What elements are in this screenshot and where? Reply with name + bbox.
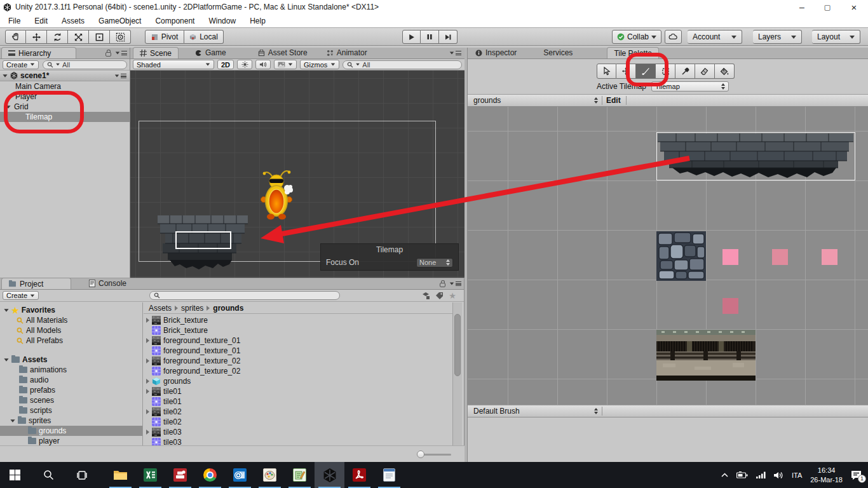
foldout-open-icon[interactable] [4, 358, 8, 362]
active-tilemap-dropdown[interactable]: Tilemap [651, 81, 729, 92]
local-toggle-button[interactable]: Local [184, 30, 224, 44]
tree-assets[interactable]: Assets [0, 355, 142, 365]
menu-help[interactable]: Help [243, 17, 273, 25]
transform-tool-button[interactable] [110, 30, 131, 44]
palette-platform-tile[interactable] [656, 132, 855, 180]
notepad-taskbar-icon[interactable] [374, 462, 404, 488]
layers-dropdown[interactable]: Layers [753, 30, 802, 44]
tree-all-models[interactable]: All Models [0, 325, 142, 336]
scene-menu-icon[interactable] [114, 74, 130, 78]
paint-taskbar-icon[interactable] [255, 462, 285, 488]
menu-component[interactable]: Component [148, 17, 201, 25]
panel-menu-icon[interactable] [115, 51, 127, 55]
tile-move-tool-button[interactable] [616, 64, 636, 79]
focus-on-dropdown[interactable]: None [416, 258, 453, 268]
acrobat-taskbar-icon[interactable] [344, 462, 374, 488]
hierarchy-item-grid[interactable]: Grid [0, 102, 130, 112]
palette-stone-tile[interactable] [656, 231, 706, 281]
tree-animations[interactable]: animations [0, 365, 142, 375]
scale-tool-button[interactable] [68, 30, 89, 44]
file-explorer-taskbar-icon[interactable] [105, 462, 135, 488]
palette-pink-tile[interactable] [822, 249, 837, 265]
minimize-button[interactable]: – [789, 0, 815, 14]
default-brush-dropdown[interactable]: Default Brush [468, 407, 598, 416]
collab-dropdown[interactable]: Collab [612, 30, 661, 44]
file-row[interactable]: foreground_texture_02 [144, 356, 452, 366]
palette-pink-tile[interactable] [722, 249, 738, 265]
move-tool-button[interactable] [26, 30, 47, 44]
scene-canvas[interactable]: Tilemap Focus On None [130, 71, 465, 278]
files-scrollbar[interactable] [452, 302, 462, 452]
hierarchy-create-dropdown[interactable]: Create [3, 60, 39, 69]
file-row[interactable]: tile01 [144, 386, 452, 396]
slider-knob[interactable] [417, 451, 424, 458]
tray-chevron-icon[interactable] [721, 473, 728, 477]
hierarchy-scene-row[interactable]: scene1* [0, 71, 130, 81]
step-button[interactable] [439, 30, 458, 44]
taskbar-search-button[interactable] [30, 462, 67, 488]
tab-scene[interactable]: Scene [133, 47, 179, 58]
account-dropdown[interactable]: Account [688, 30, 742, 44]
expand-arrow-icon[interactable] [146, 409, 149, 414]
palette-canvas[interactable] [468, 107, 868, 405]
tab-game[interactable]: Game [189, 47, 233, 58]
tree-scenes[interactable]: scenes [0, 395, 142, 405]
tile-eraser-tool-button[interactable] [695, 64, 715, 79]
tab-asset-store[interactable]: Asset Store [252, 47, 314, 58]
hierarchy-item-main-camera[interactable]: Main Camera [0, 81, 130, 92]
excel-taskbar-icon[interactable] [135, 462, 165, 488]
pivot-toggle-button[interactable]: Pivot [145, 30, 184, 44]
tile-brush-tool-button[interactable] [636, 64, 656, 79]
tab-console[interactable]: Console [83, 278, 133, 289]
breadcrumb-sprites[interactable]: sprites [181, 304, 203, 313]
file-row[interactable]: tile02 [144, 407, 452, 417]
hierarchy-item-tilemap[interactable]: Tilemap [0, 112, 130, 122]
palette-wall-tile[interactable] [656, 330, 756, 381]
chrome-taskbar-icon[interactable] [195, 462, 225, 488]
layout-dropdown[interactable]: Layout [812, 30, 860, 44]
foldout-open-icon[interactable] [4, 309, 8, 312]
file-row[interactable]: foreground_texture_01 [144, 336, 452, 346]
tile-fill-tool-button[interactable] [715, 64, 735, 79]
lighting-toggle-button[interactable] [237, 60, 252, 69]
notes-taskbar-icon[interactable] [285, 462, 315, 488]
scrollbar-thumb[interactable] [454, 314, 461, 376]
tree-all-prefabs[interactable]: All Prefabs [0, 336, 142, 346]
lock-icon[interactable] [105, 52, 111, 57]
file-row[interactable]: foreground_texture_01 [144, 346, 452, 356]
foldout-open-icon[interactable] [3, 74, 7, 78]
player-character-sprite[interactable] [259, 169, 294, 220]
filter-by-type-icon[interactable] [422, 291, 430, 301]
rect-tool-button[interactable] [89, 30, 110, 44]
tree-audio[interactable]: audio [0, 375, 142, 385]
tab-inspector[interactable]: Inspector [469, 47, 523, 58]
tree-prefabs[interactable]: prefabs [0, 385, 142, 395]
panel-menu-icon[interactable] [449, 47, 465, 58]
expand-arrow-icon[interactable] [146, 430, 149, 435]
edit-palette-button[interactable]: Edit [606, 96, 621, 105]
palette-pink-tile[interactable] [772, 249, 788, 265]
tile-rect-tool-button[interactable] [656, 64, 675, 79]
thumbnail-size-slider[interactable] [418, 454, 451, 456]
menu-gameobject[interactable]: GameObject [92, 17, 148, 25]
start-button[interactable] [0, 462, 30, 488]
sap-taskbar-icon[interactable] [165, 462, 195, 488]
scene-search-input[interactable]: All [342, 60, 462, 69]
tab-hierarchy[interactable]: Hierarchy [1, 47, 76, 58]
battery-icon[interactable] [736, 471, 748, 478]
effects-dropdown[interactable] [274, 60, 297, 69]
tree-grounds[interactable]: grounds [0, 426, 142, 436]
tree-scripts[interactable]: scripts [0, 405, 142, 416]
foldout-open-icon[interactable] [6, 105, 10, 109]
breadcrumb-assets[interactable]: Assets [149, 304, 172, 313]
file-row[interactable]: foreground_texture_02 [144, 366, 452, 376]
tab-services[interactable]: Services [537, 47, 579, 58]
file-row[interactable]: Brick_texture [144, 325, 452, 336]
rotate-tool-button[interactable] [47, 30, 68, 44]
file-row[interactable]: tile01 [144, 396, 452, 407]
expand-arrow-icon[interactable] [146, 358, 149, 363]
hierarchy-item-player[interactable]: Player [0, 92, 130, 102]
file-row[interactable]: Brick_texture [144, 315, 452, 325]
maximize-button[interactable]: ▢ [815, 0, 840, 14]
expand-arrow-icon[interactable] [146, 338, 149, 343]
